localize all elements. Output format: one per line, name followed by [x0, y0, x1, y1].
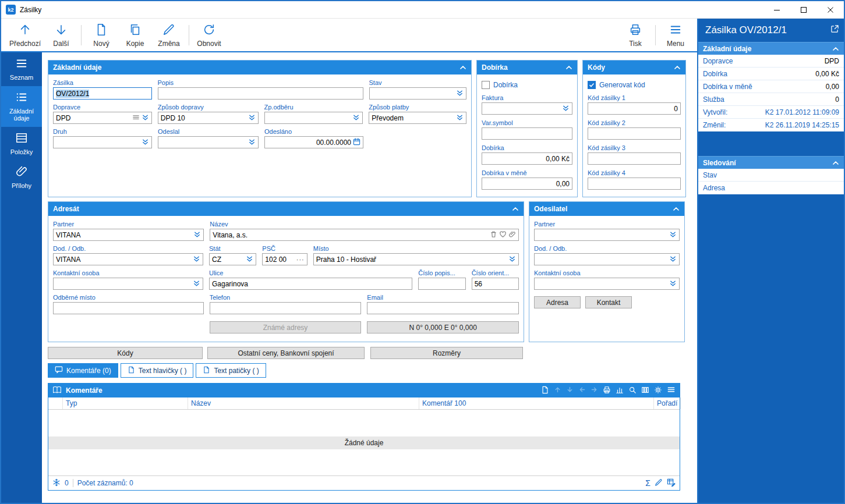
- stat-input[interactable]: CZ: [209, 253, 256, 265]
- psc-input[interactable]: 102 00 ···: [262, 253, 307, 265]
- odeslal-input[interactable]: [158, 136, 259, 148]
- column-header-poradi[interactable]: Pořadí: [654, 397, 681, 409]
- ostatni-ceny-section-button[interactable]: Ostatní ceny, Bankovní spojení: [207, 347, 365, 359]
- menu-button[interactable]: Menu: [659, 20, 692, 50]
- attachment-icon[interactable]: [508, 230, 516, 240]
- zasilka-input[interactable]: OV/2012/1: [53, 87, 152, 100]
- odberne-misto-input[interactable]: [53, 302, 204, 314]
- dobirka-checkbox[interactable]: [482, 81, 490, 89]
- zname-adresy-button[interactable]: Známé adresy: [210, 321, 362, 333]
- print-button[interactable]: Tisk: [618, 20, 652, 50]
- sidebar-item-prilohy[interactable]: Přílohy: [1, 161, 42, 194]
- columns-icon[interactable]: [641, 386, 649, 396]
- nazev-input[interactable]: Vitana, a.s.: [210, 229, 519, 241]
- kod3-input[interactable]: [588, 152, 681, 165]
- zp-odberu-input[interactable]: [264, 112, 363, 124]
- sidebar-item-polozky[interactable]: Položky: [1, 127, 42, 161]
- kontaktni-osoba-input[interactable]: [53, 278, 203, 290]
- misto-input[interactable]: Praha 10 - Hostivař: [313, 253, 519, 265]
- dopravce-input[interactable]: DPD: [53, 112, 152, 124]
- refresh-button[interactable]: Obnovit: [192, 20, 226, 50]
- frozen-rows-icon[interactable]: [52, 478, 61, 488]
- kontakt-button[interactable]: Kontakt: [585, 296, 632, 308]
- lookup-icon[interactable]: [352, 113, 360, 123]
- rozmery-section-button[interactable]: Rozměry: [370, 347, 523, 359]
- maximize-button[interactable]: [790, 1, 817, 18]
- druh-input[interactable]: [53, 136, 152, 148]
- odesilatel-dod-odb-input[interactable]: [534, 253, 680, 265]
- new-record-icon[interactable]: [541, 386, 549, 396]
- move-up-icon[interactable]: [554, 386, 561, 395]
- dobirka-v-mene-input[interactable]: 0,00: [482, 178, 572, 190]
- calendar-icon[interactable]: [353, 138, 360, 147]
- gps-button[interactable]: N 0° 0,000 E 0° 0,000: [367, 321, 519, 333]
- faktura-input[interactable]: [482, 102, 572, 115]
- lookup-icon[interactable]: [142, 113, 149, 123]
- edit-pencil-icon[interactable]: [655, 478, 663, 488]
- zpusob-platby-input[interactable]: Převodem: [369, 112, 466, 124]
- adresa-button[interactable]: Adresa: [534, 296, 581, 308]
- dod-odb-input[interactable]: VITANA: [53, 253, 203, 265]
- lookup-icon[interactable]: [193, 230, 201, 240]
- move-down-icon[interactable]: [566, 386, 574, 395]
- next-button[interactable]: Další: [44, 20, 78, 50]
- sum-icon[interactable]: Σ: [645, 478, 650, 488]
- lookup-icon[interactable]: [193, 255, 200, 264]
- lookup-icon[interactable]: [669, 255, 677, 264]
- email-input[interactable]: [367, 302, 519, 314]
- delete-icon[interactable]: [490, 230, 497, 240]
- kod2-input[interactable]: [588, 127, 681, 140]
- kody-section-button[interactable]: Kódy: [48, 347, 203, 359]
- favorite-icon[interactable]: [499, 230, 507, 240]
- cislo-orientacni-input[interactable]: 56: [472, 278, 519, 290]
- lookup-icon[interactable]: [508, 255, 516, 264]
- collapse-chevron-icon[interactable]: [674, 64, 681, 71]
- move-right-icon[interactable]: [591, 386, 598, 395]
- stav-input[interactable]: [369, 87, 467, 100]
- grid-edit-icon[interactable]: [667, 478, 676, 488]
- telefon-input[interactable]: [210, 302, 362, 314]
- close-button[interactable]: [817, 1, 844, 18]
- copy-button[interactable]: Kopie: [118, 20, 152, 50]
- collapse-chevron-icon[interactable]: [565, 64, 572, 71]
- kod4-input[interactable]: [588, 178, 681, 190]
- lookup-icon[interactable]: [456, 113, 464, 123]
- move-left-icon[interactable]: [578, 386, 586, 395]
- collapse-chevron-icon[interactable]: [512, 205, 519, 212]
- minimize-button[interactable]: [763, 1, 790, 18]
- expand-panel-icon[interactable]: [830, 24, 839, 33]
- lookup-icon[interactable]: [562, 104, 570, 113]
- zpusob-dopravy-input[interactable]: DPD 10: [158, 112, 259, 124]
- generovat-kod-checkbox[interactable]: [588, 81, 596, 89]
- popis-input[interactable]: [158, 87, 363, 100]
- lookup-icon[interactable]: [142, 138, 149, 147]
- grid-menu-icon[interactable]: [667, 385, 676, 396]
- rp-basic-section-header[interactable]: Základní údaje: [698, 42, 844, 55]
- settings-gear-icon[interactable]: [654, 386, 662, 396]
- zoom-icon[interactable]: [628, 386, 637, 396]
- previous-button[interactable]: Předchozí: [6, 20, 44, 50]
- partner-input[interactable]: VITANA: [53, 229, 204, 241]
- column-header-typ[interactable]: Typ: [63, 397, 188, 409]
- rp-tracking-section-header[interactable]: Sledování: [698, 156, 844, 169]
- kod1-input[interactable]: 0: [588, 102, 681, 115]
- odesilatel-partner-input[interactable]: [534, 229, 680, 241]
- lookup-icon[interactable]: [248, 113, 256, 123]
- list-picker-icon[interactable]: [132, 113, 140, 123]
- lookup-icon[interactable]: [248, 138, 256, 147]
- sidebar-item-seznam[interactable]: Seznam: [1, 52, 42, 86]
- var-symbol-input[interactable]: [482, 127, 572, 140]
- print-grid-icon[interactable]: [603, 386, 611, 396]
- psc-browse-button[interactable]: ···: [296, 257, 305, 262]
- sidebar-item-zakladni-udaje[interactable]: Základní údaje: [1, 86, 42, 127]
- chart-icon[interactable]: [616, 386, 624, 396]
- odesilatel-kontaktni-input[interactable]: [534, 278, 680, 290]
- cislo-popisne-input[interactable]: [418, 278, 465, 290]
- odeslano-input[interactable]: 00.00.0000: [264, 136, 363, 148]
- tab-komentare[interactable]: Komentáře (0): [48, 363, 118, 378]
- lookup-icon[interactable]: [669, 230, 677, 240]
- collapse-chevron-icon[interactable]: [673, 205, 680, 212]
- column-header-nazev[interactable]: Název: [188, 397, 419, 409]
- change-button[interactable]: Změna: [152, 20, 186, 50]
- tab-text-hlavicky[interactable]: Text hlavičky ( ): [121, 363, 194, 378]
